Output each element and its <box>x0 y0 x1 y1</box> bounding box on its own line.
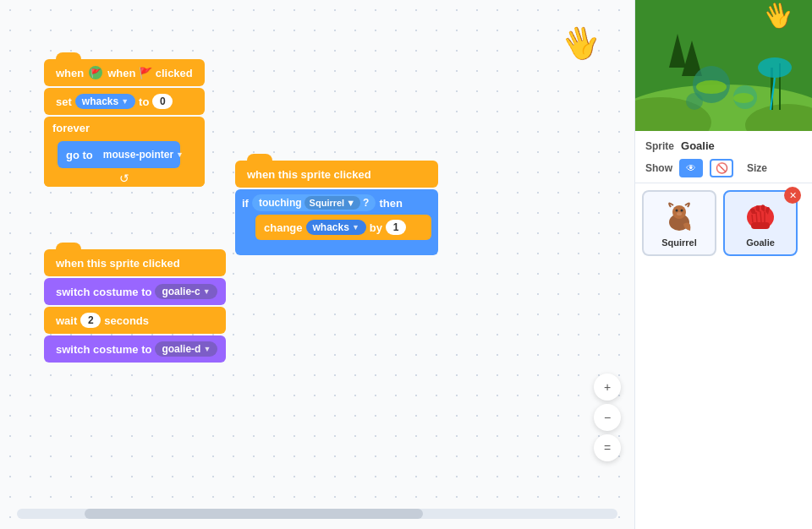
main-container: 🖐 when 🚩 when 🚩 clicked set whacks ▼ t <box>0 0 812 529</box>
question-label: ? <box>363 197 369 209</box>
if-row: if touching Squirrel ▼ ? then <box>242 194 431 211</box>
squirrel-svg <box>658 199 700 234</box>
svg-point-18 <box>681 210 683 212</box>
when-label: when <box>56 67 84 79</box>
when-sprite-clicked-block-2[interactable]: when this sprite clicked <box>44 249 226 276</box>
when-sprite-label-2: when this sprite clicked <box>56 257 180 270</box>
svg-rect-21 <box>751 222 770 229</box>
wait-block[interactable]: wait 2 seconds <box>44 307 226 334</box>
sprite-list: Squirrel ✕ <box>635 183 812 529</box>
costume-1-dropdown[interactable]: goalie-c ▼ <box>155 284 217 299</box>
zoom-out-button[interactable]: − <box>594 404 621 431</box>
svg-point-9 <box>696 80 727 94</box>
sprite-info: Sprite Goalie Show 👁 🚫 Size <box>635 131 812 183</box>
repeat-arrow-icon: ↺ <box>119 172 129 185</box>
wait-label: wait <box>56 314 77 327</box>
whacks-change-dropdown[interactable]: whacks ▼ <box>306 220 366 235</box>
sprite-item-goalie[interactable]: ✕ Goalie <box>723 190 798 256</box>
svg-line-22 <box>752 215 753 222</box>
dropdown-arrow-3-icon: ▼ <box>203 287 211 296</box>
svg-line-24 <box>760 211 761 222</box>
seconds-input[interactable]: 2 <box>80 313 101 328</box>
svg-point-17 <box>676 210 678 212</box>
hand-cursor-decoration: 🖐 <box>557 20 606 67</box>
dropdown-arrow-2-icon: ▼ <box>176 150 184 159</box>
squirrel-dropdown[interactable]: Squirrel ▼ <box>304 196 360 210</box>
if-label: if <box>242 197 249 210</box>
when-flag-clicked-block[interactable]: when 🚩 when 🚩 clicked <box>44 59 205 86</box>
flag-icon: 🚩 <box>89 66 102 79</box>
stage-svg: 🖐 <box>635 0 812 131</box>
if-then-block[interactable]: if touching Squirrel ▼ ? then <box>235 189 438 255</box>
touching-label: touching <box>259 197 302 209</box>
by-value-input[interactable]: 1 <box>386 220 406 235</box>
svg-line-23 <box>756 212 757 222</box>
forever-bottom: ↺ <box>44 170 205 187</box>
block-group-1: when 🚩 when 🚩 clicked set whacks ▼ to 0 <box>44 59 205 187</box>
switch-costume-2-label: switch costume to <box>56 343 151 356</box>
then-label: then <box>379 197 402 210</box>
svg-point-19 <box>677 212 682 215</box>
svg-point-8 <box>686 93 703 110</box>
goalie-svg <box>739 199 782 234</box>
zoom-in-icon: + <box>604 380 611 394</box>
svg-point-13 <box>758 57 792 78</box>
dropdown-arrow-6-icon: ▼ <box>352 223 359 232</box>
svg-point-10 <box>733 93 754 103</box>
code-scrollbar-thumb <box>85 509 423 519</box>
switch-costume-1-label: switch costume to <box>56 286 151 298</box>
mouse-pointer-dropdown[interactable]: mouse-pointer ▼ <box>96 147 172 162</box>
zoom-in-button[interactable]: + <box>594 374 621 401</box>
to-label: to <box>139 95 149 108</box>
show-visible-button[interactable]: 👁 <box>679 159 703 177</box>
change-whacks-block[interactable]: change whacks ▼ by 1 <box>255 215 431 240</box>
sprite-item-squirrel[interactable]: Squirrel <box>642 190 716 256</box>
eye-slash-icon: 🚫 <box>716 162 728 174</box>
by-label: by <box>370 221 382 234</box>
stage-preview: 🖐 <box>635 0 812 131</box>
forever-label: forever <box>44 117 205 139</box>
show-label: Show <box>645 162 672 174</box>
clicked-label: when 🚩 clicked <box>107 67 193 79</box>
fit-button[interactable]: = <box>594 434 621 461</box>
when-sprite-clicked-block-3[interactable]: when this sprite clicked <box>235 161 438 188</box>
code-scrollbar[interactable] <box>17 509 617 519</box>
sprite-name-value: Goalie <box>681 139 715 152</box>
goalie-name: Goalie <box>746 237 775 248</box>
squirrel-thumbnail <box>658 199 700 234</box>
block-group-2: when this sprite clicked switch costume … <box>44 249 226 363</box>
go-to-block[interactable]: go to mouse-pointer ▼ <box>58 141 180 168</box>
set-label: set <box>56 95 72 108</box>
goalie-thumbnail <box>739 199 782 234</box>
touching-block[interactable]: touching Squirrel ▼ ? <box>252 194 376 211</box>
seconds-label: seconds <box>104 314 149 327</box>
whacks-dropdown[interactable]: whacks ▼ <box>75 94 135 109</box>
eye-icon: 👁 <box>686 162 696 174</box>
delete-goalie-button[interactable]: ✕ <box>784 187 801 204</box>
goto-label: go to <box>66 149 93 161</box>
right-panel: 🖐 Sprite Goalie Show 👁 🚫 Size <box>634 0 812 529</box>
size-label: Size <box>747 162 767 174</box>
fit-icon: = <box>604 441 611 455</box>
set-whacks-block[interactable]: set whacks ▼ to 0 <box>44 88 205 115</box>
code-area[interactable]: 🖐 when 🚩 when 🚩 clicked set whacks ▼ t <box>0 0 634 529</box>
if-bottom-space <box>242 243 431 250</box>
switch-costume-1-block[interactable]: switch costume to goalie-c ▼ <box>44 278 226 305</box>
if-inner: change whacks ▼ by 1 <box>255 215 431 240</box>
costume-2-dropdown[interactable]: goalie-d ▼ <box>155 341 217 357</box>
value-input[interactable]: 0 <box>152 94 173 109</box>
zoom-out-icon: − <box>604 411 611 424</box>
block-group-3: when this sprite clicked if touching Squ… <box>235 161 438 255</box>
squirrel-name: Squirrel <box>661 237 697 248</box>
zoom-controls: + − = <box>594 374 621 461</box>
change-label: change <box>264 221 303 234</box>
dropdown-arrow-icon: ▼ <box>121 97 129 106</box>
dropdown-arrow-4-icon: ▼ <box>203 345 211 353</box>
when-sprite-label-3: when this sprite clicked <box>247 168 371 181</box>
forever-block[interactable]: forever go to mouse-pointer ▼ ↺ <box>44 117 205 187</box>
switch-costume-2-block[interactable]: switch costume to goalie-d ▼ <box>44 335 226 363</box>
dropdown-arrow-5-icon: ▼ <box>346 198 355 208</box>
show-hidden-button[interactable]: 🚫 <box>710 159 733 177</box>
sprite-label: Sprite <box>645 140 674 152</box>
